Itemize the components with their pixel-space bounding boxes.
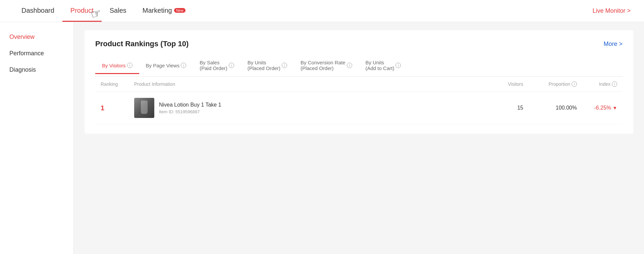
main-content: Product Rankings (Top 10) More > By Visi…	[74, 22, 644, 254]
product-cell: Nivea Lotion Buy 1 Take 1 Item ID: 55195…	[134, 98, 483, 118]
sidebar-item-performance[interactable]: Performance	[0, 45, 73, 62]
subtab-by-visitors[interactable]: By Visitors i	[95, 58, 139, 74]
col-header-product: Product Information	[134, 81, 483, 87]
product-info: Nivea Lotion Buy 1 Take 1 Item ID: 55195…	[134, 98, 483, 118]
sidebar: Overview Performance Diagnosis	[0, 22, 74, 254]
info-icon-units-placed[interactable]: i	[282, 63, 287, 68]
down-arrow-icon: ▼	[612, 105, 617, 111]
product-name: Nivea Lotion Buy 1 Take 1	[159, 102, 221, 108]
nav-tabs: Dashboard Product Sales Marketing New	[13, 0, 592, 22]
info-icon-proportion-header[interactable]: i	[572, 81, 577, 87]
tab-sales[interactable]: Sales	[102, 0, 135, 22]
subtab-by-page-views[interactable]: By Page Views i	[139, 58, 193, 74]
rankings-table: Ranking Product Information Visitors Pro…	[95, 77, 623, 124]
visitors-cell: 15	[483, 105, 523, 111]
info-icon-units-cart[interactable]: i	[395, 63, 401, 68]
info-icon-page-views[interactable]: i	[181, 63, 186, 68]
sidebar-item-diagnosis[interactable]: Diagnosis	[0, 62, 73, 78]
col-header-index: Index i	[577, 81, 617, 87]
info-icon-visitors[interactable]: i	[127, 63, 132, 68]
product-details: Nivea Lotion Buy 1 Take 1 Item ID: 55195…	[159, 102, 221, 114]
tab-dashboard[interactable]: Dashboard	[13, 0, 62, 22]
top-nav: Dashboard Product Sales Marketing New Li…	[0, 0, 644, 22]
col-header-proportion: Proportion i	[523, 81, 577, 87]
table-header-row: Ranking Product Information Visitors Pro…	[95, 77, 623, 92]
proportion-cell: 100.00%	[523, 105, 577, 111]
subtab-by-conversion-rate[interactable]: By Conversion Rate(Placed Order) i	[294, 55, 359, 77]
more-link[interactable]: More >	[603, 41, 623, 48]
subtab-by-sales-paid[interactable]: By Sales(Paid Order) i	[193, 55, 241, 77]
info-icon-sales-paid[interactable]: i	[229, 63, 234, 68]
table-row: 1 Nivea Lotion Buy 1 Take 1 Item ID: 551…	[95, 92, 623, 124]
rank-cell: 1	[101, 104, 134, 112]
index-cell: -6.25% ▼	[577, 105, 617, 111]
product-item-id: Item ID: 5519596887	[159, 109, 221, 114]
tab-marketing[interactable]: Marketing New	[135, 0, 194, 22]
product-image-inner	[134, 98, 154, 118]
live-monitor-link[interactable]: Live Monitor >	[592, 7, 631, 14]
product-image	[134, 98, 154, 118]
tab-product[interactable]: Product	[62, 0, 102, 22]
sidebar-item-overview[interactable]: Overview	[0, 29, 73, 45]
info-icon-conversion-rate[interactable]: i	[347, 63, 352, 68]
marketing-badge: New	[174, 8, 185, 13]
subtab-by-units-placed[interactable]: By Units(Placed Order) i	[241, 55, 294, 77]
main-layout: Overview Performance Diagnosis Product R…	[0, 22, 644, 254]
product-rankings-card: Product Rankings (Top 10) More > By Visi…	[85, 30, 633, 134]
subtab-by-units-cart[interactable]: By Units(Add to Cart) i	[359, 55, 408, 77]
col-header-visitors: Visitors	[483, 81, 523, 87]
sub-tabs: By Visitors i By Page Views i By Sales(P…	[95, 55, 623, 77]
card-header: Product Rankings (Top 10) More >	[95, 40, 623, 48]
info-icon-index-header[interactable]: i	[612, 81, 617, 87]
card-title: Product Rankings (Top 10)	[95, 40, 189, 48]
col-header-ranking: Ranking	[101, 81, 134, 87]
